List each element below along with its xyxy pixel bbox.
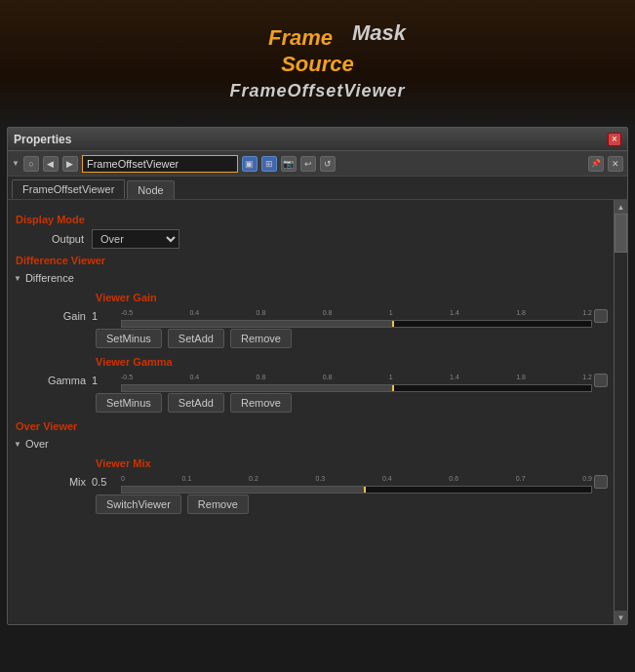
scroll-down-button[interactable]: ▼	[615, 611, 628, 624]
toolbar-undo-btn[interactable]: ↩	[300, 156, 316, 172]
gamma-setminus-button[interactable]: SetMinus	[96, 393, 162, 413]
display-mode-section-label: Display Mode	[8, 210, 614, 227]
toolbar-x-btn[interactable]: ✕	[608, 156, 623, 172]
panel-content: Display Mode Output Over Under Differenc…	[8, 200, 627, 624]
difference-arrow-icon: ▼	[14, 274, 21, 283]
output-dropdown[interactable]: Over Under Difference	[92, 229, 179, 249]
panel-close-button[interactable]: ×	[608, 133, 621, 146]
gain-slider-row: Gain 1 -0.50.40.80.811.41.81.2	[8, 305, 614, 327]
output-label: Output	[14, 233, 92, 245]
over-group-label: Over	[25, 438, 49, 450]
gamma-slider-thumb[interactable]	[594, 374, 608, 387]
scrollbar[interactable]: ▲ ▼	[614, 200, 627, 624]
scroll-thumb[interactable]	[615, 214, 627, 253]
mix-slider-thumb[interactable]	[594, 475, 608, 489]
gamma-btn-row: SetMinus SetAdd Remove	[8, 391, 614, 416]
node-name-input[interactable]	[82, 155, 238, 173]
toolbar-left-btn[interactable]: ◀	[43, 156, 59, 172]
tab-node[interactable]: Node	[127, 180, 174, 199]
mix-btn-row: SwitchViewer Remove	[8, 493, 614, 518]
gain-setadd-button[interactable]: SetAdd	[168, 329, 224, 348]
panel-title: Properties	[14, 133, 71, 146]
viewer-gain-section-label: Viewer Gain	[8, 288, 614, 305]
difference-group-header[interactable]: ▼ Difference	[8, 268, 614, 288]
toolbar-pin-btn[interactable]: 📌	[588, 156, 604, 172]
difference-group-label: Difference	[25, 272, 74, 284]
mix-slider-row: Mix 0.5 00.10.20.30.40.60.70.9	[8, 471, 614, 493]
toolbar-right-btn[interactable]: ▶	[62, 156, 78, 172]
over-group-header[interactable]: ▼ Over	[8, 434, 614, 454]
gain-slider-thumb[interactable]	[594, 309, 608, 323]
viewer-gamma-section-label: Viewer Gamma	[8, 352, 614, 370]
gamma-slider-track[interactable]	[121, 384, 592, 392]
toolbar-camera-btn[interactable]: 📷	[281, 156, 297, 172]
mix-remove-button[interactable]: Remove	[187, 494, 249, 514]
mix-slider-container[interactable]: 00.10.20.30.40.60.70.9	[121, 475, 592, 489]
banner-frame-label: Frame	[268, 25, 333, 51]
mix-label: Mix	[14, 476, 92, 488]
gamma-slider-container[interactable]: -0.50.40.80.811.41.81.2	[121, 374, 592, 387]
top-banner: Frame Mask Source FrameOffsetViewer	[0, 0, 635, 127]
difference-viewer-section-label: Difference Viewer	[8, 251, 614, 268]
gain-btn-row: SetMinus SetAdd Remove	[8, 327, 614, 352]
scroll-track[interactable]	[615, 214, 627, 611]
banner-source-label: Source	[281, 52, 354, 77]
panel-tabs: FrameOffsetViewer Node	[8, 177, 627, 200]
toolbar-view-btn1[interactable]: ▣	[242, 156, 258, 172]
banner-mask-label: Mask	[352, 20, 406, 46]
output-row: Output Over Under Difference	[8, 227, 614, 251]
gamma-label: Gamma	[14, 375, 92, 386]
gain-slider-track[interactable]	[121, 320, 592, 328]
banner-offset-label: FrameOffsetViewer	[229, 81, 405, 100]
scroll-up-button[interactable]: ▲	[615, 200, 628, 214]
panel-body: Display Mode Output Over Under Differenc…	[8, 200, 627, 624]
tab-frameoffsetviewer[interactable]: FrameOffsetViewer	[12, 179, 125, 199]
gain-label: Gain	[14, 310, 92, 322]
gain-slider-container[interactable]: -0.50.40.80.811.41.81.2	[121, 309, 592, 323]
toolbar-redo-btn[interactable]: ↺	[320, 156, 336, 172]
over-arrow-icon: ▼	[14, 440, 21, 449]
mix-value: 0.5	[92, 476, 119, 488]
properties-panel: Properties × ▼ ○ ◀ ▶ ▣ ⊞ 📷 ↩ ↺ 📌 ✕ Frame…	[7, 127, 628, 625]
viewer-mix-section-label: Viewer Mix	[8, 454, 614, 471]
gamma-remove-button[interactable]: Remove	[230, 393, 292, 413]
panel-titlebar: Properties ×	[8, 128, 627, 151]
gain-value: 1	[92, 310, 119, 322]
toolbar-triangle-icon: ▼	[12, 159, 20, 168]
gain-remove-button[interactable]: Remove	[230, 329, 292, 348]
over-viewer-section-label: Over Viewer	[8, 416, 614, 434]
toolbar-view-btn2[interactable]: ⊞	[261, 156, 277, 172]
gain-setminus-button[interactable]: SetMinus	[96, 329, 162, 348]
mix-slider-track[interactable]	[121, 486, 592, 494]
gamma-setadd-button[interactable]: SetAdd	[168, 393, 224, 413]
gamma-value: 1	[92, 375, 119, 386]
toolbar-circle-btn[interactable]: ○	[23, 156, 39, 172]
banner-content: Frame Mask Source FrameOffsetViewer	[229, 25, 405, 101]
gamma-slider-row: Gamma 1 -0.50.40.80.811.41.81.2	[8, 370, 614, 391]
panel-toolbar: ▼ ○ ◀ ▶ ▣ ⊞ 📷 ↩ ↺ 📌 ✕	[8, 151, 627, 177]
mix-switchviewer-button[interactable]: SwitchViewer	[96, 494, 181, 514]
